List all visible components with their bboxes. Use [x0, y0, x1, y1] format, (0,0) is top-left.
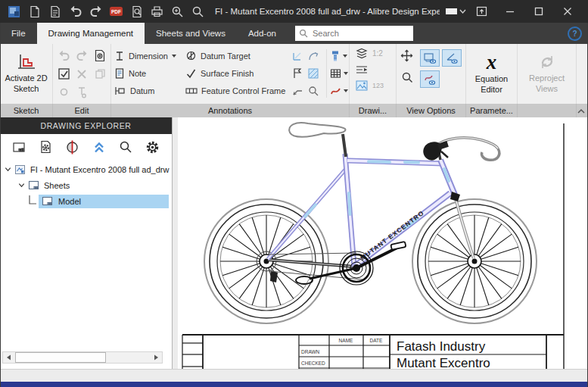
image-icon[interactable]	[356, 80, 368, 91]
export-pdf-icon[interactable]: PDF	[108, 4, 124, 19]
explorer-hscrollbar[interactable]	[2, 351, 163, 364]
app-icon[interactable]	[6, 4, 22, 19]
search-icon[interactable]	[190, 4, 206, 19]
explorer-header: DRAWING EXPLORER	[0, 117, 172, 134]
select-check-icon[interactable]	[58, 67, 70, 80]
gear-icon[interactable]	[145, 140, 160, 154]
surface-finish-button[interactable]: Surface Finish	[182, 64, 288, 82]
collapse-ribbon-icon[interactable]	[577, 108, 586, 114]
dimension-button[interactable]: Dimension	[111, 47, 182, 64]
close-icon[interactable]	[553, 0, 582, 23]
titlebar: PDF FI - Mutant Excentro 2008 full ad_dr…	[0, 0, 588, 23]
svg-text:DATE: DATE	[370, 338, 384, 343]
scrollbar-thumb[interactable]	[15, 352, 106, 363]
tab-addon[interactable]: Add-on	[237, 23, 288, 44]
table-icon	[330, 68, 341, 79]
ribbon-group-drawing: 1:2 123 Drawi...	[350, 44, 397, 117]
show-views-toggle[interactable]	[420, 49, 440, 67]
show-dimensions-toggle[interactable]	[442, 49, 462, 67]
chevron-down-icon[interactable]	[4, 165, 12, 173]
scroll-right-icon[interactable]	[151, 352, 162, 363]
search-box[interactable]	[295, 26, 413, 41]
ribbon-filler	[577, 44, 588, 117]
new-sheet-icon[interactable]	[12, 141, 26, 154]
redline-icon[interactable]	[59, 87, 69, 97]
minimize-icon[interactable]	[496, 0, 524, 23]
balloon-icon[interactable]	[291, 67, 303, 80]
menu-tabbar: File Drawing Management Sheets and Views…	[0, 23, 588, 44]
group-label-edit: Edit	[53, 104, 111, 117]
hatch-area-icon[interactable]	[307, 67, 319, 80]
maximize-icon[interactable]	[524, 0, 553, 23]
tree-item-root[interactable]: FI - Mutant Excentro 2008 full ad_drw	[0, 161, 172, 177]
theme-swatch-icon[interactable]	[444, 4, 467, 19]
sheet-properties-icon[interactable]	[94, 49, 106, 62]
explorer-search-icon[interactable]	[119, 140, 132, 154]
numeric-display-icon: 123	[372, 82, 384, 89]
zoom-tool-icon[interactable]	[170, 4, 185, 19]
rear-wheel	[204, 199, 328, 323]
tree-item-sheets[interactable]: Sheets	[0, 177, 172, 193]
table-button[interactable]	[329, 64, 349, 82]
bicycle-drawing: MUTANT EXCENTRO NAME DATE DRAWN CHECKED …	[178, 117, 588, 369]
undo-icon[interactable]	[58, 50, 70, 61]
reproject-views-button[interactable]: Reproject Views	[518, 51, 576, 96]
print-icon[interactable]	[149, 4, 165, 19]
datum-target-icon	[185, 50, 197, 61]
panel-splitter[interactable]	[173, 117, 178, 369]
ribbon: Activate 2D Sketch Sketch	[0, 44, 588, 117]
activate-2d-sketch-button[interactable]: Activate 2D Sketch	[0, 51, 52, 96]
svg-text:PDF: PDF	[111, 9, 121, 14]
show-sketches-toggle[interactable]	[420, 70, 440, 88]
group-label-parameters: Paramete...	[466, 104, 518, 117]
inspect-note-icon[interactable]	[307, 85, 319, 97]
dimension-icon	[114, 50, 125, 62]
drawing-explorer-panel: DRAWING EXPLORER FI - Mutant Excentro 20…	[0, 117, 173, 369]
pan-icon[interactable]	[400, 49, 413, 62]
delete-icon[interactable]	[76, 69, 87, 80]
front-wheel	[412, 199, 537, 323]
status-bar	[0, 369, 588, 382]
layers-icon[interactable]	[356, 48, 368, 59]
spline-annotation-button[interactable]	[329, 82, 349, 99]
datum-target-button[interactable]: Datum Target	[182, 47, 288, 64]
copy-icon[interactable]	[95, 68, 106, 80]
curve-leader-icon[interactable]	[307, 50, 319, 62]
collapse-all-icon[interactable]	[92, 141, 106, 154]
equation-editor-button[interactable]: x Equation Editor	[466, 51, 517, 97]
redo-icon[interactable]	[76, 50, 89, 61]
move-dimension-icon[interactable]	[76, 86, 88, 98]
tab-drawing-management[interactable]: Drawing Management	[37, 23, 145, 44]
feature-control-frame-button[interactable]: Feature Control Frame	[182, 82, 288, 99]
help-button[interactable]: ?	[568, 27, 582, 41]
search-input[interactable]	[311, 28, 409, 39]
drawing-canvas[interactable]: MUTANT EXCENTRO NAME DATE DRAWN CHECKED …	[178, 117, 588, 369]
restore-icon[interactable]	[467, 0, 496, 23]
tree-item-model[interactable]: Model	[0, 193, 172, 209]
redo-icon[interactable]	[88, 4, 104, 19]
sheet-icon	[42, 196, 53, 206]
tab-sheets-and-views[interactable]: Sheets and Views	[145, 23, 237, 44]
sketch-figure-icon[interactable]	[291, 50, 303, 62]
chevron-down-icon[interactable]	[17, 181, 26, 189]
window-border-left	[0, 23, 1, 387]
group-label-reproject	[518, 104, 577, 117]
new-document-icon[interactable]	[26, 4, 42, 19]
leader-icon[interactable]	[291, 85, 303, 97]
scroll-left-icon[interactable]	[3, 352, 14, 363]
sheet-settings-icon[interactable]	[39, 140, 52, 154]
print-preview-icon[interactable]	[129, 4, 145, 19]
section-view-icon[interactable]	[65, 140, 79, 154]
note-button[interactable]: Note	[111, 64, 182, 82]
tab-file[interactable]: File	[0, 23, 37, 44]
undo-icon[interactable]	[67, 4, 83, 19]
group-label-sketch: Sketch	[0, 104, 53, 117]
open-document-icon[interactable]	[47, 4, 63, 19]
search-icon	[299, 29, 308, 38]
centerline-icon[interactable]	[356, 64, 368, 75]
ribbon-group-parameters: x Equation Editor Paramete...	[466, 44, 518, 117]
thread-callout-button[interactable]	[329, 47, 349, 64]
svg-text:NAME: NAME	[339, 338, 353, 343]
datum-button[interactable]: Datum	[111, 82, 182, 99]
zoom-icon[interactable]	[401, 71, 413, 83]
